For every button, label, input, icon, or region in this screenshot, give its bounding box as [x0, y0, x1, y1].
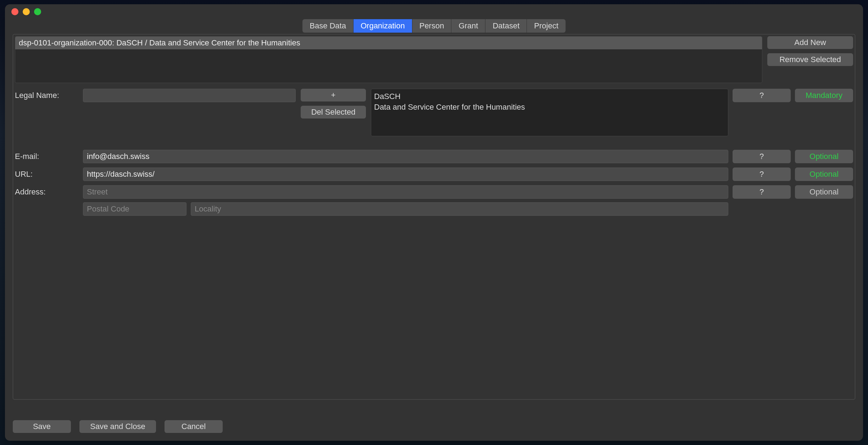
email-field-wrap — [83, 150, 728, 163]
close-icon[interactable] — [11, 8, 18, 15]
legal-name-input[interactable] — [83, 89, 296, 102]
address-label: Address: — [15, 185, 79, 197]
postal-code-input[interactable] — [83, 202, 187, 216]
locality-input[interactable] — [191, 202, 728, 216]
save-and-close-button[interactable]: Save and Close — [79, 420, 156, 433]
remove-selected-button[interactable]: Remove Selected — [767, 53, 853, 66]
del-selected-name-button[interactable]: Del Selected — [301, 106, 366, 119]
url-help-button[interactable]: ? — [733, 167, 791, 181]
tab-dataset[interactable]: Dataset — [485, 19, 527, 33]
panel-organization: dsp-0101-organization-000: DaSCH / Data … — [13, 34, 855, 400]
tab-base-data[interactable]: Base Data — [302, 19, 354, 33]
tabs-container: Base Data Organization Person Grant Data… — [13, 19, 855, 33]
email-input[interactable] — [83, 150, 728, 163]
tab-project[interactable]: Project — [527, 19, 565, 33]
minimize-icon[interactable] — [23, 8, 30, 15]
address-fields — [83, 185, 728, 216]
url-status-badge: Optional — [795, 167, 853, 181]
url-field-wrap — [83, 167, 728, 181]
organization-list[interactable]: dsp-0101-organization-000: DaSCH / Data … — [15, 36, 762, 83]
email-status-badge: Optional — [795, 150, 853, 163]
titlebar — [5, 4, 863, 19]
address-status-badge: Optional — [795, 185, 853, 199]
address-row-2 — [83, 202, 728, 216]
address-help-button[interactable]: ? — [733, 185, 791, 199]
content-area: Base Data Organization Person Grant Data… — [5, 19, 863, 441]
url-input[interactable] — [83, 167, 728, 181]
add-new-button[interactable]: Add New — [767, 36, 853, 49]
tab-grant[interactable]: Grant — [451, 19, 485, 33]
list-item[interactable]: Data and Service Center for the Humaniti… — [374, 102, 725, 112]
maximize-icon[interactable] — [34, 8, 41, 15]
email-help-button[interactable]: ? — [733, 150, 791, 163]
save-button[interactable]: Save — [13, 420, 71, 433]
list-item[interactable]: DaSCH — [374, 91, 725, 102]
tabs-inner: Base Data Organization Person Grant Data… — [302, 19, 566, 33]
legal-name-controls: + Del Selected — [301, 89, 366, 119]
tab-person[interactable]: Person — [412, 19, 452, 33]
legal-name-help-button[interactable]: ? — [733, 89, 791, 102]
add-name-button[interactable]: + — [301, 89, 366, 101]
legal-name-fields: + Del Selected DaSCH Data and Service Ce… — [83, 89, 728, 136]
app-window: Base Data Organization Person Grant Data… — [5, 4, 863, 441]
legal-name-status-badge: Mandatory — [795, 89, 853, 102]
side-buttons: Add New Remove Selected — [767, 36, 853, 83]
names-list[interactable]: DaSCH Data and Service Center for the Hu… — [371, 89, 728, 136]
top-row: dsp-0101-organization-000: DaSCH / Data … — [15, 36, 853, 83]
email-label: E-mail: — [15, 150, 79, 161]
legal-name-left — [83, 89, 296, 102]
form-area: Legal Name: + Del Selected DaSCH Data an… — [15, 89, 853, 216]
list-item[interactable]: dsp-0101-organization-000: DaSCH / Data … — [15, 37, 762, 49]
bottom-buttons: Save Save and Close Cancel — [13, 420, 855, 433]
cancel-button[interactable]: Cancel — [165, 420, 223, 433]
street-input[interactable] — [83, 185, 728, 199]
url-label: URL: — [15, 167, 79, 179]
legal-name-label: Legal Name: — [15, 89, 79, 100]
tab-organization[interactable]: Organization — [354, 19, 412, 33]
